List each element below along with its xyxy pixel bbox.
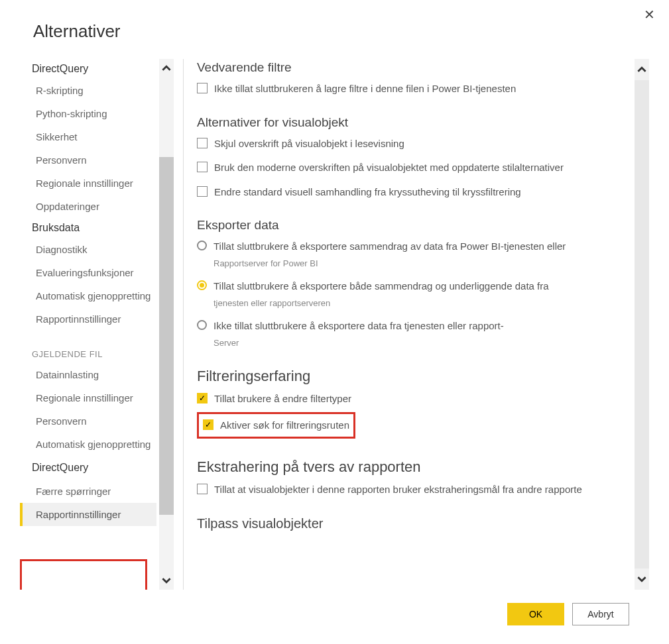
sidebar-item-diagnostikk[interactable]: Diagnostikk <box>20 238 156 261</box>
checkbox-visual-1[interactable] <box>197 138 208 148</box>
checkbox-filter-1[interactable]: ✓ <box>197 393 208 403</box>
label-export-2: Tillat sluttbrukere å eksportere både sa… <box>213 279 549 309</box>
sidebar-item-regionale-2[interactable]: Regionale innstillinger <box>20 386 156 409</box>
sidebar-section-bruksdata: Bruksdata <box>20 218 156 238</box>
scroll-track[interactable] <box>159 78 174 571</box>
sidebar: DirectQuery R-skripting Python-skripting… <box>20 59 174 590</box>
label-visual-3: Endre standard visuell samhandling fra k… <box>214 185 521 200</box>
sidebar-section-gjeldende-fil: GJELDENDE FIL <box>20 331 156 363</box>
group-title-visual: Alternativer for visualobjekt <box>197 115 632 130</box>
dialog-footer: OK Avbryt <box>20 590 649 631</box>
content-scroll-area: Vedvarende filtre Ikke tillat sluttbruke… <box>193 59 635 590</box>
sidebar-item-auto-gjenoppretting-1[interactable]: Automatisk gjenoppretting <box>20 284 156 307</box>
label-export-3: Ikke tillat sluttbrukere å eksportere da… <box>213 319 504 349</box>
scroll-up-icon[interactable] <box>159 59 174 78</box>
option-visual-2: Bruk den moderne overskriften på visualo… <box>197 160 632 176</box>
checkbox-persistent-1[interactable] <box>197 83 208 93</box>
sidebar-item-personvern[interactable]: Personvern <box>20 148 156 172</box>
sidebar-item-personvern-2[interactable]: Personvern <box>20 409 156 433</box>
label-persistent-1: Ikke tillat sluttbrukeren å lagre filtre… <box>214 81 516 97</box>
label-export-1: Tillat sluttbrukere å eksportere sammend… <box>213 239 566 270</box>
radio-export-2[interactable] <box>197 280 207 290</box>
option-visual-1: Skjul overskrift på visualobjekt i lesev… <box>197 136 632 152</box>
checkbox-visual-3[interactable] <box>197 186 208 197</box>
sidebar-section-directquery-2: DirectQuery <box>20 456 156 480</box>
sidebar-item-python-skripting[interactable]: Python-skripting <box>20 102 156 125</box>
label-extract-1: Tillat at visualobjekter i denne rapport… <box>214 482 582 498</box>
dialog-body: DirectQuery R-skripting Python-skripting… <box>20 59 649 590</box>
sidebar-item-datainnlasting[interactable]: Datainnlasting <box>20 363 156 386</box>
label-visual-2: Bruk den moderne overskriften på visualo… <box>214 160 564 176</box>
sidebar-item-faerre[interactable]: Færre spørringer <box>20 480 156 503</box>
label-export-3-sub: Server <box>213 337 504 350</box>
close-icon[interactable]: ✕ <box>644 8 657 21</box>
checkbox-visual-2[interactable] <box>197 162 208 172</box>
cancel-button[interactable]: Avbryt <box>572 603 629 625</box>
option-filter-2: ✓ Aktiver søk for filtreringsruten <box>203 418 349 433</box>
vertical-divider <box>183 59 184 590</box>
content-scroll-down-icon[interactable] <box>635 568 649 590</box>
sidebar-item-rapportinnstillinger-2[interactable]: Rapportinnstillinger <box>20 503 156 526</box>
sidebar-section-directquery: DirectQuery <box>20 59 156 79</box>
sidebar-item-regionale[interactable]: Regionale innstillinger <box>20 172 156 195</box>
radio-export-3[interactable] <box>197 320 207 330</box>
scroll-thumb[interactable] <box>159 157 174 515</box>
sidebar-item-evaluering[interactable]: Evalueringsfunksjoner <box>20 261 156 284</box>
ok-button[interactable]: OK <box>507 603 564 625</box>
sidebar-item-r-skripting[interactable]: R-skripting <box>20 79 156 102</box>
label-export-2-sub: tjenesten eller rapportserveren <box>213 297 549 310</box>
option-export-3: Ikke tillat sluttbrukere å eksportere da… <box>197 319 632 349</box>
label-filter-1: Tillat brukere å endre filtertyper <box>214 392 351 407</box>
label-export-2-text: Tillat sluttbrukere å eksportere både sa… <box>213 280 549 292</box>
label-export-1-text: Tillat sluttbrukere å eksportere sammend… <box>213 241 566 252</box>
content-scroll-track[interactable] <box>635 80 649 568</box>
checkbox-filter-2[interactable]: ✓ <box>203 419 213 430</box>
sidebar-item-oppdateringer[interactable]: Oppdateringer <box>20 195 156 218</box>
annotation-highlight-filter-search: ✓ Aktiver søk for filtreringsruten <box>197 412 355 439</box>
sidebar-list: DirectQuery R-skripting Python-skripting… <box>20 59 159 590</box>
option-filter-1: ✓ Tillat brukere å endre filtertyper <box>197 392 632 407</box>
sidebar-item-auto-gjenoppretting-2[interactable]: Automatisk gjenoppretting <box>20 433 156 456</box>
group-title-filter: Filtreringserfaring <box>197 368 632 385</box>
option-visual-3: Endre standard visuell samhandling fra k… <box>197 185 632 200</box>
option-export-2: Tillat sluttbrukere å eksportere både sa… <box>197 279 632 309</box>
sidebar-scrollbar[interactable] <box>159 59 174 590</box>
group-title-export: Eksporter data <box>197 218 632 233</box>
label-export-1-sub: Rapportserver for Power BI <box>213 257 566 270</box>
group-title-persistent: Vedvarende filtre <box>197 60 632 75</box>
option-persistent-1: Ikke tillat sluttbrukeren å lagre filtre… <box>197 81 632 97</box>
label-filter-2: Aktiver søk for filtreringsruten <box>220 418 349 433</box>
content-scroll-up-icon[interactable] <box>635 59 649 80</box>
group-title-extract: Ekstrahering på tvers av rapporten <box>197 458 632 476</box>
sidebar-item-rapportinnstillinger-1[interactable]: Rapportinnstillinger <box>20 307 156 331</box>
option-export-1: Tillat sluttbrukere å eksportere sammend… <box>197 239 632 270</box>
content-scrollbar[interactable] <box>635 59 649 590</box>
checkbox-extract-1[interactable] <box>197 484 208 494</box>
radio-export-1[interactable] <box>197 241 207 250</box>
options-dialog: ✕ Alternativer DirectQuery R-skripting P… <box>0 0 669 644</box>
group-title-customize: Tilpass visualobjekter <box>197 516 632 531</box>
scroll-down-icon[interactable] <box>159 571 174 590</box>
option-extract-1: Tillat at visualobjekter i denne rapport… <box>197 482 632 498</box>
dialog-title: Alternativer <box>33 21 649 42</box>
label-visual-1: Skjul overskrift på visualobjekt i lesev… <box>214 136 404 152</box>
label-export-3-text: Ikke tillat sluttbrukere å eksportere da… <box>213 320 504 331</box>
content-pane: Vedvarende filtre Ikke tillat sluttbruke… <box>193 59 649 590</box>
sidebar-item-sikkerhet[interactable]: Sikkerhet <box>20 125 156 148</box>
